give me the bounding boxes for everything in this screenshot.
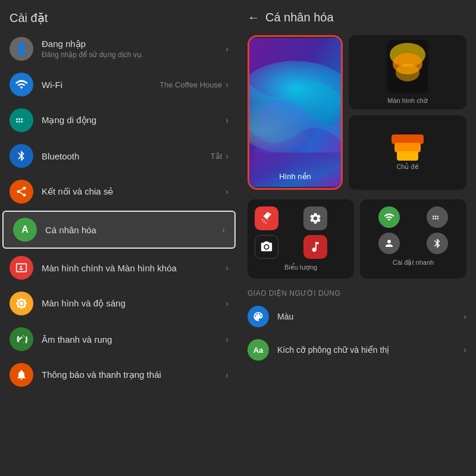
wallpaper-main-label: Hình nền [249,172,341,181]
bluetooth-value: Tắt [211,152,223,161]
qs-wifi-icon [378,206,400,228]
chevron-icon: › [226,44,228,54]
icon-grid-label: Biểu tượng [255,264,347,271]
wallpaper-main-card[interactable]: Hình nền [248,35,343,190]
fontsize-icon: Aa [248,339,269,361]
chevron-icon: › [226,187,228,196]
fontsize-title: Kích cỡ phông chữ và hiển thị [277,345,464,355]
chevron-icon: › [226,299,228,308]
color-icon [248,306,269,327]
sidebar-item-personalize[interactable]: A Cá nhân hóa › [2,211,236,249]
qs-bluetooth-icon [427,233,448,254]
sidebar-item-sound[interactable]: Âm thanh và rung › [0,321,238,357]
mobile-text: Mạng di động [42,115,226,126]
wallpaper-side-cards: Màn hình chờ Chủ đề [349,35,466,190]
left-panel: Cài đặt 👤 Đang nhập Đăng nhập để sử dụng… [0,0,238,476]
display-text: Màn hình và độ sáng [42,298,226,309]
chevron-icon: › [226,151,228,161]
connections-text: Kết nối và chia sẻ [42,186,226,197]
personalize-icon: A [13,218,37,242]
login-icon: 👤 [10,37,33,61]
sidebar-item-mobile[interactable]: Mạng di động › [0,102,238,138]
wallpaper-section: Hình nền [238,30,476,195]
connections-icon [10,180,33,203]
sidebar-item-login[interactable]: 👤 Đang nhập Đăng nhập để sử dụng dịch vụ… [0,31,238,67]
app-icon-3 [255,235,278,259]
lockscreen-text: Màn hình chính và Màn hình khóa [42,263,226,273]
svg-point-7 [396,64,419,82]
display-icon [10,292,33,315]
bluetooth-text: Bluetooth [42,151,211,161]
right-header: ← Cá nhân hóa [238,0,476,30]
wifi-icon [10,73,33,96]
sound-text: Âm thanh và rung [42,334,226,345]
quick-settings-card[interactable]: Cài đặt nhanh [360,199,466,278]
display-title: Màn hình và độ sáng [42,298,226,309]
login-text: Đang nhập Đăng nhập để sử dụng dịch vụ. [42,39,226,59]
sidebar-item-notifications[interactable]: Thông báo và thanh trạng thái › [0,357,238,393]
app-icon-2 [303,206,327,230]
notifications-title: Thông báo và thanh trạng thái [42,369,226,380]
wifi-text: Wi-Fi [42,80,159,90]
theme-label: Chủ đề [396,163,418,171]
right-panel: ← Cá nhân hóa [238,0,476,476]
notifications-icon [10,363,33,387]
qs-mobile-icon [427,206,448,228]
lockscreen-title: Màn hình chính và Màn hình khóa [42,263,226,273]
wifi-value: The Coffee House [159,80,222,89]
app-icon-4 [303,235,327,259]
sidebar-item-bluetooth[interactable]: Bluetooth Tắt › [0,138,238,174]
right-panel-title: Cá nhân hóa [265,11,334,24]
chevron-icon: › [464,312,466,321]
chevron-icon: › [226,115,228,125]
mobile-title: Mạng di động [42,115,226,126]
chevron-icon: › [226,334,228,344]
sidebar-item-connections[interactable]: Kết nối và chia sẻ › [0,174,238,209]
settings-title: Cài đặt [0,0,238,31]
theme-layers-icon [392,134,424,161]
notifications-text: Thông báo và thanh trạng thái [42,369,226,380]
user-interface-section-label: GIAO DIỆN NGƯỜI DÙNG [238,283,476,300]
color-text: Màu [277,312,464,321]
bluetooth-icon [10,144,33,168]
qs-person-icon [378,233,400,254]
icon-grid-card[interactable]: Biểu tượng [248,199,354,278]
mobile-icon [10,108,33,132]
qs-label: Cài đặt nhanh [367,259,459,267]
svg-rect-3 [249,152,341,187]
lock-screen-card[interactable]: Màn hình chờ [349,35,466,109]
chevron-icon: › [226,370,228,380]
sidebar-item-wifi[interactable]: Wi-Fi The Coffee House › [0,67,238,102]
lock-screen-label: Màn hình chờ [387,97,428,105]
sound-title: Âm thanh và rung [42,334,226,345]
right-item-color[interactable]: Màu › [238,300,476,333]
sidebar-item-lockscreen[interactable]: Màn hình chính và Màn hình khóa › [0,250,238,286]
bluetooth-title: Bluetooth [42,151,211,161]
chevron-icon: › [226,263,228,273]
back-button[interactable]: ← [248,11,259,24]
app-icon-grid [255,206,347,259]
login-title: Đang nhập [42,39,226,49]
icon-grid-section: Biểu tượng Cài đặt nhanh [238,195,476,283]
wifi-title: Wi-Fi [42,80,159,90]
sidebar-item-display[interactable]: Màn hình và độ sáng › [0,286,238,321]
right-item-fontsize[interactable]: Aa Kích cỡ phông chữ và hiển thị › [238,333,476,367]
fontsize-text: Kích cỡ phông chữ và hiển thị [277,345,464,355]
sound-icon [10,327,33,351]
lockscreen-icon [10,256,33,280]
personalize-text: Cá nhân hóa [45,225,222,235]
connections-title: Kết nối và chia sẻ [42,186,226,197]
chevron-icon: › [464,345,466,355]
chevron-icon: › [226,80,228,89]
color-title: Màu [277,312,464,321]
login-subtitle: Đăng nhập để sử dụng dịch vụ. [42,51,226,59]
quick-settings-grid [367,206,459,254]
app-icon-1 [255,206,278,230]
theme-card[interactable]: Chủ đề [349,115,466,190]
chevron-icon: › [222,225,225,234]
personalize-title: Cá nhân hóa [45,225,222,235]
